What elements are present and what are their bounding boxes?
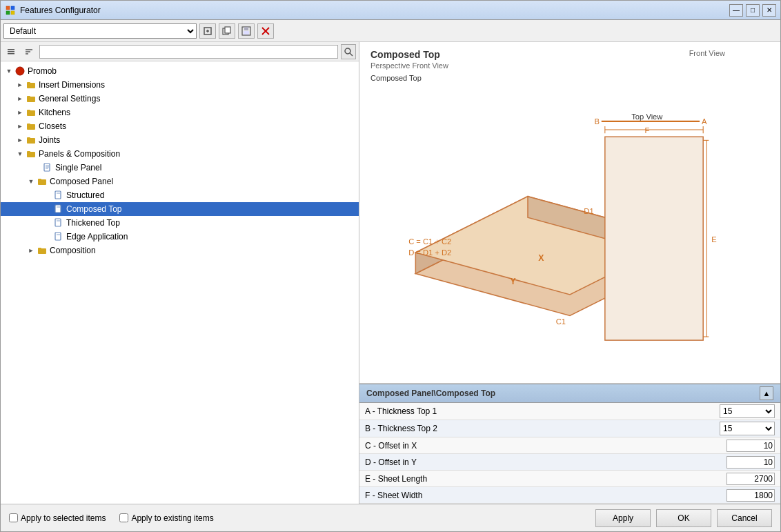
svg-rect-26 <box>27 96 30 98</box>
expand-panels[interactable]: ▼ <box>14 148 26 159</box>
param-input-e[interactable] <box>726 473 775 485</box>
page-icon-single <box>42 162 53 173</box>
param-label-d: D - Offset in Y <box>359 454 698 471</box>
left-panel: ▼ Promob ► Insert Dimensions ► <box>1 42 359 504</box>
search-row <box>1 42 359 61</box>
apply-existing-checkbox[interactable] <box>119 513 128 522</box>
config-combo[interactable]: Default <box>3 23 197 39</box>
params-table: A - Thickness Top 1 15 18 25 B - Thickne… <box>359 403 780 504</box>
param-value-c <box>698 437 780 454</box>
toolbar-btn-3[interactable] <box>238 23 255 39</box>
tree-item-composed-panel[interactable]: ▼ Composed Panel <box>1 175 359 188</box>
svg-rect-14 <box>8 49 14 50</box>
svg-rect-35 <box>44 164 50 171</box>
cancel-button[interactable]: Cancel <box>717 509 772 527</box>
promob-icon <box>14 66 26 77</box>
param-label-c: C - Offset in X <box>359 437 698 454</box>
folder-icon <box>26 79 37 90</box>
tree-item-closets[interactable]: ► Closets <box>1 119 359 133</box>
tree-item-joints[interactable]: ► Joints <box>1 133 359 147</box>
minimize-button[interactable]: — <box>729 4 743 17</box>
param-label-a: A - Thickness Top 1 <box>359 403 698 420</box>
tree-item-panels-composition[interactable]: ▼ Panels & Composition <box>1 147 359 161</box>
param-row-f: F - Sheet Width <box>359 487 780 504</box>
tree-label-composed-top: Composed Top <box>66 204 122 214</box>
tree-label-composition: Composition <box>50 246 96 255</box>
toolbar-btn-2[interactable] <box>219 23 235 39</box>
tree-label-insert-dimensions: Insert Dimensions <box>39 80 105 90</box>
main-window: Features Configurator — □ ✕ Default <box>0 0 781 532</box>
param-row-a: A - Thickness Top 1 15 18 25 <box>359 403 780 420</box>
expand-closets[interactable]: ► <box>14 121 26 132</box>
tree-item-structured[interactable]: ► Structured <box>1 188 359 202</box>
param-input-d[interactable] <box>726 456 775 469</box>
apply-button[interactable]: Apply <box>595 509 651 527</box>
tree-item-kitchens[interactable]: ► Kitchens <box>1 106 359 119</box>
svg-rect-32 <box>27 137 30 139</box>
tree-item-edge-application[interactable]: ► Edge Application <box>1 230 359 244</box>
expand-composition[interactable]: ► <box>26 245 37 256</box>
tree-label-closets: Closets <box>39 121 66 131</box>
checkbox-group-1: Apply to selected items <box>9 513 106 523</box>
tree-item-general-settings[interactable]: ► General Settings <box>1 92 359 106</box>
svg-rect-50 <box>38 248 41 250</box>
window-controls: — □ ✕ <box>729 4 776 17</box>
svg-rect-47 <box>55 233 61 240</box>
folder-icon-2 <box>26 93 37 104</box>
tree-item-thickened-top[interactable]: ► Thickened Top <box>1 216 359 230</box>
tree-label-joints: Joints <box>39 135 60 145</box>
tree-item-composed-top[interactable]: ► Composed Top <box>1 202 359 216</box>
param-value-f <box>698 487 780 504</box>
param-value-e <box>698 471 780 487</box>
expand-promob[interactable]: ▼ <box>3 66 14 77</box>
params-panel: Composed Panel\Composed Top ▲ A - Thickn… <box>359 384 780 504</box>
tree-label-kitchens: Kitchens <box>39 108 70 117</box>
tree-item-promob[interactable]: ▼ Promob <box>1 64 359 78</box>
param-row-c: C - Offset in X <box>359 437 780 454</box>
checkbox-group-2: Apply to existing items <box>119 513 213 523</box>
expand-kitchens[interactable]: ► <box>14 107 26 118</box>
svg-rect-11 <box>244 31 249 35</box>
search-button[interactable] <box>341 44 356 59</box>
svg-point-20 <box>345 48 350 54</box>
page-icon-edge <box>53 231 64 242</box>
maximize-button[interactable]: □ <box>746 4 760 17</box>
tree-item-single-panel[interactable]: ► Single Panel <box>1 161 359 175</box>
svg-rect-16 <box>8 53 14 55</box>
svg-rect-45 <box>55 219 61 226</box>
expand-composed-panel[interactable]: ▼ <box>26 176 37 187</box>
param-row-d: D - Offset in Y <box>359 454 780 471</box>
expand-general-settings[interactable]: ► <box>14 93 26 104</box>
svg-text:B: B <box>595 117 600 126</box>
param-row-e: E - Sheet Length <box>359 471 780 487</box>
apply-existing-label: Apply to existing items <box>131 513 213 523</box>
param-row-b: B - Thickness Top 2 15 18 25 <box>359 420 780 437</box>
params-collapse-button[interactable]: ▲ <box>760 386 773 400</box>
svg-text:D1: D1 <box>584 207 593 215</box>
param-input-a[interactable]: 15 18 25 <box>720 404 775 418</box>
tree-item-insert-dimensions[interactable]: ► Insert Dimensions <box>1 78 359 92</box>
tree-item-composition[interactable]: ► Composition <box>1 244 359 257</box>
page-icon-composed-top <box>53 204 64 215</box>
expand-insert-dimensions[interactable]: ► <box>14 79 26 90</box>
svg-text:Y: Y <box>511 277 516 286</box>
param-input-f[interactable] <box>726 489 775 502</box>
apply-selected-checkbox[interactable] <box>9 513 18 522</box>
svg-rect-24 <box>27 82 30 84</box>
svg-text:C1: C1 <box>556 317 566 326</box>
close-button[interactable]: ✕ <box>762 4 776 17</box>
param-value-a: 15 18 25 <box>698 403 780 420</box>
toolbar-btn-1[interactable] <box>199 23 216 39</box>
folder-icon-7 <box>37 176 48 187</box>
svg-text:E: E <box>711 235 716 244</box>
svg-rect-28 <box>27 110 30 112</box>
tree-label-composed-panel: Composed Panel <box>50 177 113 186</box>
svg-line-21 <box>350 53 353 56</box>
search-input[interactable] <box>39 45 338 59</box>
ok-button[interactable]: OK <box>656 509 711 527</box>
expand-joints[interactable]: ► <box>14 135 26 146</box>
param-input-c[interactable] <box>726 440 775 452</box>
param-input-b[interactable]: 15 18 25 <box>720 422 775 435</box>
toolbar-btn-delete[interactable] <box>257 23 274 39</box>
right-panel: Composed Top Perspective Front View Comp… <box>359 42 780 504</box>
